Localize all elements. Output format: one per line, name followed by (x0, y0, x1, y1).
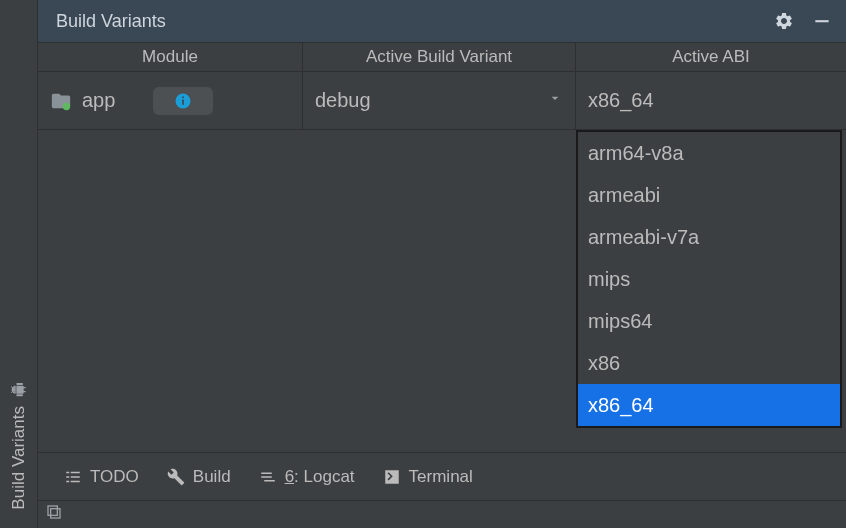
module-folder-icon (50, 90, 72, 112)
svg-rect-4 (183, 96, 185, 98)
svg-rect-9 (51, 509, 60, 518)
col-header-module: Module (38, 43, 303, 71)
tab-terminal-label: Terminal (409, 467, 473, 487)
module-name: app (82, 89, 115, 112)
tab-build[interactable]: Build (167, 467, 231, 487)
col-header-abi: Active ABI (576, 43, 846, 71)
abi-option[interactable]: x86_64 (578, 384, 840, 426)
panel-body: arm64-v8aarmeabiarmeabi-v7amipsmips64x86… (38, 130, 846, 452)
tab-todo[interactable]: TODO (64, 467, 139, 487)
cell-module: app (38, 72, 303, 129)
build-variant-select[interactable]: debug (303, 72, 576, 129)
abi-option[interactable]: armeabi-v7a (578, 216, 840, 258)
sidebar-tab-build-variants[interactable]: Build Variants (9, 364, 29, 528)
window-icon[interactable] (46, 504, 62, 525)
svg-rect-3 (183, 99, 185, 104)
active-abi-select[interactable]: x86_64 (576, 72, 846, 129)
svg-point-1 (63, 102, 70, 109)
svg-rect-5 (261, 472, 272, 474)
tab-todo-label: TODO (90, 467, 139, 487)
abi-dropdown: arm64-v8aarmeabiarmeabi-v7amipsmips64x86… (576, 130, 842, 428)
gear-icon[interactable] (774, 11, 794, 31)
col-header-variant: Active Build Variant (303, 43, 576, 71)
abi-option[interactable]: armeabi (578, 174, 840, 216)
tab-logcat[interactable]: 6: Logcat (259, 467, 355, 487)
sidebar-tab-label: Build Variants (9, 406, 29, 510)
tab-build-label: Build (193, 467, 231, 487)
tab-logcat-label: 6: Logcat (285, 467, 355, 487)
minimize-icon[interactable] (812, 11, 832, 31)
active-abi-value: x86_64 (588, 89, 654, 112)
info-button[interactable] (153, 87, 213, 115)
abi-option[interactable]: mips64 (578, 300, 840, 342)
svg-rect-0 (815, 20, 828, 22)
panel-header: Build Variants (38, 0, 846, 42)
abi-option[interactable]: mips (578, 258, 840, 300)
svg-rect-6 (261, 476, 272, 478)
svg-rect-8 (48, 506, 57, 515)
tool-window-bar: TODO Build 6: Logcat Terminal (38, 452, 846, 500)
columns-header: Module Active Build Variant Active ABI (38, 42, 846, 72)
table-row: app debug x86_64 (38, 72, 846, 130)
build-variant-value: debug (315, 89, 371, 112)
panel-title: Build Variants (56, 11, 166, 32)
svg-rect-7 (264, 480, 275, 482)
tab-terminal[interactable]: Terminal (383, 467, 473, 487)
abi-option[interactable]: x86 (578, 342, 840, 384)
status-bar (38, 500, 846, 528)
android-icon (11, 380, 27, 400)
chevron-down-icon (547, 90, 563, 111)
abi-option[interactable]: arm64-v8a (578, 132, 840, 174)
